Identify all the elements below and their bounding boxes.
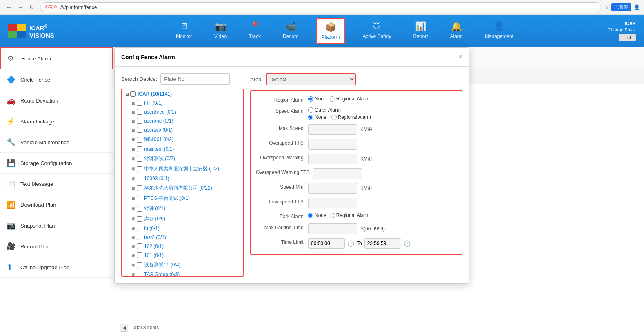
tree-item-intercom-test[interactable]: ⊞ 对讲测试 (0/2) — [122, 154, 243, 164]
tree-item-102[interactable]: ⊞ 102 (0/1) — [122, 242, 243, 251]
tree-cb-intercom[interactable] — [137, 156, 142, 162]
nav-report[interactable]: 📊 Report — [408, 18, 433, 44]
tree-cb-102[interactable] — [137, 243, 142, 249]
speed-alarm-regional-radio[interactable] — [331, 115, 337, 120]
tree-cb-ptcs[interactable] — [137, 196, 142, 201]
tree-cb-fu[interactable] — [137, 226, 142, 231]
top-header: ICAR® VISIONS 🖥 Monitor 📷 Video 📍 Track … — [0, 15, 644, 47]
tree-item-tas[interactable]: ⊞ TAS Group (0/3) — [122, 270, 243, 277]
tree-item-usertwo[interactable]: ⊞ usertwo (0/1) — [122, 125, 243, 134]
nav-track[interactable]: 📍 Track — [244, 18, 266, 44]
overspeed-warning-input[interactable] — [308, 154, 357, 164]
overspeed-warning-tts-input[interactable] — [313, 168, 362, 179]
tree-cb-duojiang[interactable] — [137, 206, 142, 212]
sidebar-item-snapshot-plan[interactable]: 📷 Snapshot Plan — [0, 215, 113, 236]
tree-item-ptcs[interactable]: ⊞ PTCS-平台测试 (0/1) — [122, 193, 243, 203]
tree-item-101[interactable]: ⊞ 101 (0/1) — [122, 251, 243, 260]
sidebar-item-download-plan[interactable]: 📶 Download Plan — [0, 194, 113, 215]
time-limit-from-input[interactable] — [308, 238, 345, 249]
tree-item-fu[interactable]: ⊞ fu (0/1) — [122, 224, 243, 233]
region-alarm-regional-radio[interactable] — [330, 96, 335, 102]
address-bar[interactable]: 不安全 /#/platform/fence — [40, 2, 601, 12]
park-alarm-none-label[interactable]: None — [308, 212, 326, 218]
nav-platform[interactable]: 📦 Platform — [316, 18, 346, 44]
tree-item-geermu[interactable]: ⊞ 格尔木先大旅游有限公司 (0/22) — [122, 183, 243, 193]
speed-alarm-regional-label[interactable]: Regional Alarm — [331, 114, 371, 120]
sidebar-item-record-plan[interactable]: 🎥 Record Plan — [0, 236, 113, 257]
sidebar-item-vehicle-maintenance[interactable]: 🔧 Vehicle Maintenance — [0, 132, 113, 153]
browser-nav-buttons[interactable]: ← → ↻ — [4, 2, 37, 12]
region-alarm-none-radio[interactable] — [308, 96, 313, 102]
prev-page-button[interactable]: ◀ — [120, 324, 128, 332]
tree-item-test001[interactable]: ⊞ 测试001 (0/2) — [122, 134, 243, 145]
tree-item-kucun[interactable]: ⊞ 库存 (0/6) — [122, 214, 243, 224]
back-button[interactable]: ← — [4, 2, 14, 12]
park-alarm-regional-label[interactable]: Regional Alarm — [330, 212, 369, 218]
park-alarm-none-radio[interactable] — [308, 213, 313, 218]
nav-monitor[interactable]: 🖥 Monitor — [171, 18, 197, 44]
tree-item-test2[interactable]: ⊞ test2 (0/1) — [122, 233, 243, 242]
outer-alarm-label[interactable]: Outer Alarm — [308, 107, 371, 113]
time-limit-to-input[interactable] — [364, 238, 401, 249]
region-alarm-none-label[interactable]: None — [308, 96, 326, 102]
tree-item-userthree[interactable]: ⊞ userthree (0/1) — [122, 107, 243, 116]
tree-cb-usertwo[interactable] — [137, 127, 142, 133]
nav-alarm[interactable]: 🔔 Alarm — [445, 18, 468, 44]
modal-close-button[interactable]: × — [458, 53, 462, 61]
low-speed-tts-input[interactable] — [308, 198, 357, 208]
sidebar-item-route-deviation[interactable]: 🚗 Route Deviation — [0, 90, 113, 111]
tree-cb-test001[interactable] — [137, 137, 142, 143]
nav-record[interactable]: 📹 Record — [278, 18, 304, 44]
sidebar-item-fence-alarm[interactable]: ⚙ Fence Alarm — [0, 47, 113, 69]
tree-cb-shenzhen[interactable] — [137, 166, 142, 172]
sidebar-item-circle-fence[interactable]: 🔷 Circle Fence — [0, 69, 113, 90]
tree-cb-fit[interactable] — [137, 100, 142, 106]
speed-alarm-none-radio[interactable] — [308, 115, 313, 120]
tree-cb-devtest11[interactable] — [137, 262, 142, 268]
star-icon[interactable]: ☆ — [604, 4, 609, 10]
device-search-input[interactable] — [160, 73, 230, 85]
tree-item-maintest[interactable]: ⊞ maintest (0/1) — [122, 145, 243, 154]
user-avatar-icon[interactable]: 👤 — [634, 4, 640, 10]
speed-min-controls: KM/H — [308, 183, 373, 194]
device-tree[interactable]: ⊟ ICAR (10/1141) ⊞ FIT (0/1) ⊞ userthree… — [121, 89, 244, 277]
tree-cb-icar[interactable] — [130, 91, 136, 97]
area-select[interactable]: Select — [266, 73, 356, 85]
tree-cb-maintest[interactable] — [137, 146, 142, 152]
change-pass-link[interactable]: Change Pass. — [608, 27, 636, 32]
tree-cb-userthree[interactable] — [137, 109, 142, 115]
refresh-button[interactable]: ↻ — [27, 2, 37, 12]
sidebar-item-text-message[interactable]: 📄 Text Message — [0, 174, 113, 194]
tree-cb-userone[interactable] — [137, 118, 142, 124]
sidebar-item-offline-upgrade-plan[interactable]: ⬆ Offline Upgrade Plan — [0, 257, 113, 278]
nav-active-safety[interactable]: 🛡 Active Safety — [358, 18, 396, 44]
sidebar-item-alarm-linkage[interactable]: ⚡ Alarm Linkage — [0, 111, 113, 132]
park-alarm-regional-radio[interactable] — [330, 213, 335, 218]
nav-video[interactable]: 📷 Video — [209, 18, 231, 44]
max-parking-time-input[interactable] — [308, 223, 357, 234]
tree-item-10093[interactable]: ⊞ 10093 (0/1) — [122, 174, 243, 183]
max-speed-input[interactable] — [308, 124, 357, 135]
overspeed-tts-input[interactable] — [308, 139, 357, 150]
outer-alarm-radio[interactable] — [308, 107, 313, 113]
nav-management[interactable]: 👤 Management — [480, 18, 518, 44]
paused-button[interactable]: 已暂停 — [611, 3, 631, 11]
tree-item-devtest11[interactable]: ⊞ 设备测试11 (0/4) — [122, 260, 243, 270]
exit-button[interactable]: Exit — [619, 34, 636, 41]
tree-cb-101[interactable] — [137, 252, 142, 258]
speed-alarm-none-label[interactable]: None — [308, 114, 326, 120]
forward-button[interactable]: → — [16, 2, 25, 12]
tree-item-userone[interactable]: ⊞ userone (0/1) — [122, 116, 243, 125]
tree-item-icar[interactable]: ⊟ ICAR (10/1141) — [122, 89, 243, 98]
tree-item-fit[interactable]: ⊞ FIT (0/1) — [122, 98, 243, 107]
tree-cb-tas[interactable] — [137, 272, 142, 277]
tree-cb-10093[interactable] — [137, 176, 142, 181]
tree-cb-geermu[interactable] — [137, 185, 142, 191]
sidebar-item-storage-configuration[interactable]: 💾 Storage Configuration — [0, 153, 113, 174]
tree-cb-kucun[interactable] — [137, 216, 142, 222]
speed-min-input[interactable] — [308, 183, 357, 194]
tree-item-duojiang[interactable]: ⊞ 对讲 (0/1) — [122, 203, 243, 214]
tree-cb-test2[interactable] — [137, 234, 142, 240]
tree-item-shenzhen[interactable]: ⊞ 中华人民共和国深圳市宝安区 (0/2) — [122, 164, 243, 174]
region-alarm-regional-label[interactable]: Regional Alarm — [330, 96, 369, 102]
